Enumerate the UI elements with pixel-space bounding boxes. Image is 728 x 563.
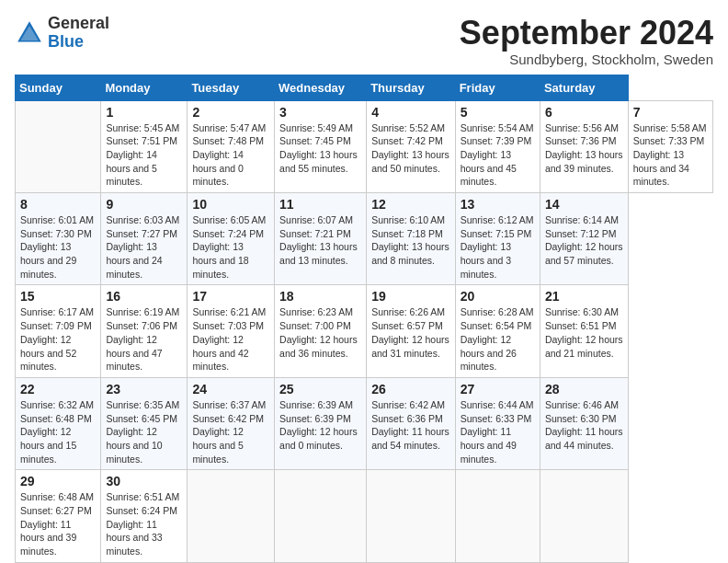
weekday-header: Sunday [16,75,101,100]
day-info: Sunrise: 6:30 AM Sunset: 6:51 PM Dayligh… [545,305,623,360]
day-number: 5 [461,105,535,120]
day-number: 25 [279,382,361,396]
day-number: 23 [106,382,182,396]
calendar-cell: 4Sunrise: 5:52 AM Sunset: 7:42 PM Daylig… [367,100,455,192]
calendar-cell: 1Sunrise: 5:45 AM Sunset: 7:51 PM Daylig… [101,100,188,192]
calendar-cell: 28Sunrise: 6:46 AM Sunset: 6:30 PM Dayli… [540,377,628,469]
day-number: 19 [371,289,449,304]
calendar-cell: 30Sunrise: 6:51 AM Sunset: 6:24 PM Dayli… [101,470,188,562]
calendar-cell: 9Sunrise: 6:03 AM Sunset: 7:27 PM Daylig… [101,193,188,285]
day-number: 28 [545,382,623,396]
day-number: 27 [461,382,535,396]
calendar-cell: 24Sunrise: 6:37 AM Sunset: 6:42 PM Dayli… [188,377,275,469]
week-row: 8Sunrise: 6:01 AM Sunset: 7:30 PM Daylig… [16,193,713,285]
day-number: 20 [461,289,535,304]
day-number: 7 [633,105,708,120]
week-row: 1Sunrise: 5:45 AM Sunset: 7:51 PM Daylig… [16,100,713,192]
day-number: 26 [371,382,449,396]
calendar-cell: 15Sunrise: 6:17 AM Sunset: 7:09 PM Dayli… [16,285,101,377]
weekday-header: Tuesday [188,75,275,100]
day-info: Sunrise: 6:21 AM Sunset: 7:03 PM Dayligh… [192,305,269,373]
page-header: General Blue September 2024 Sundbyberg, … [15,15,713,67]
title-block: September 2024 Sundbyberg, Stockholm, Sw… [460,15,713,67]
day-info: Sunrise: 5:47 AM Sunset: 7:48 PM Dayligh… [192,121,269,189]
calendar-cell: 14Sunrise: 6:14 AM Sunset: 7:12 PM Dayli… [540,193,628,285]
week-row: 15Sunrise: 6:17 AM Sunset: 7:09 PM Dayli… [16,285,713,377]
day-info: Sunrise: 6:37 AM Sunset: 6:42 PM Dayligh… [192,398,269,465]
calendar-cell: 5Sunrise: 5:54 AM Sunset: 7:39 PM Daylig… [455,100,540,192]
day-info: Sunrise: 5:54 AM Sunset: 7:39 PM Dayligh… [461,121,535,189]
day-number: 10 [192,197,269,212]
day-number: 18 [279,289,361,304]
calendar-cell: 16Sunrise: 6:19 AM Sunset: 7:06 PM Dayli… [101,285,188,377]
day-info: Sunrise: 6:35 AM Sunset: 6:45 PM Dayligh… [106,398,182,465]
logo-icon [15,18,44,48]
week-row: 29Sunrise: 6:48 AM Sunset: 6:27 PM Dayli… [16,470,713,562]
day-number: 22 [20,382,96,396]
day-info: Sunrise: 6:26 AM Sunset: 6:57 PM Dayligh… [371,305,449,360]
calendar-cell: 22Sunrise: 6:32 AM Sunset: 6:48 PM Dayli… [16,377,101,469]
calendar-cell: 18Sunrise: 6:23 AM Sunset: 7:00 PM Dayli… [275,285,367,377]
calendar-cell: 6Sunrise: 5:56 AM Sunset: 7:36 PM Daylig… [540,100,628,192]
calendar-table: SundayMondayTuesdayWednesdayThursdayFrid… [15,75,713,563]
calendar-cell: 20Sunrise: 6:28 AM Sunset: 6:54 PM Dayli… [455,285,540,377]
weekday-header-row: SundayMondayTuesdayWednesdayThursdayFrid… [16,75,713,100]
day-info: Sunrise: 6:46 AM Sunset: 6:30 PM Dayligh… [545,398,623,453]
weekday-header: Saturday [540,75,628,100]
calendar-cell [455,470,540,562]
day-info: Sunrise: 5:52 AM Sunset: 7:42 PM Dayligh… [371,121,449,176]
calendar-cell [367,470,455,562]
weekday-header: Wednesday [275,75,367,100]
week-row: 22Sunrise: 6:32 AM Sunset: 6:48 PM Dayli… [16,377,713,469]
day-number: 3 [279,105,361,120]
day-number: 8 [20,197,96,212]
calendar-cell [188,470,275,562]
day-number: 15 [20,289,96,304]
day-info: Sunrise: 6:39 AM Sunset: 6:39 PM Dayligh… [279,398,361,453]
calendar-cell: 27Sunrise: 6:44 AM Sunset: 6:33 PM Dayli… [455,377,540,469]
logo-text: General Blue [48,15,109,52]
day-info: Sunrise: 6:44 AM Sunset: 6:33 PM Dayligh… [461,398,535,465]
calendar-cell [540,470,628,562]
day-number: 21 [545,289,623,304]
day-info: Sunrise: 6:19 AM Sunset: 7:06 PM Dayligh… [106,305,182,373]
day-info: Sunrise: 5:56 AM Sunset: 7:36 PM Dayligh… [545,121,623,176]
weekday-header: Thursday [367,75,455,100]
day-info: Sunrise: 6:28 AM Sunset: 6:54 PM Dayligh… [461,305,535,373]
weekday-header: Monday [101,75,188,100]
calendar-cell: 8Sunrise: 6:01 AM Sunset: 7:30 PM Daylig… [16,193,101,285]
day-info: Sunrise: 6:42 AM Sunset: 6:36 PM Dayligh… [371,398,449,453]
day-number: 24 [192,382,269,396]
calendar-cell: 2Sunrise: 5:47 AM Sunset: 7:48 PM Daylig… [188,100,275,192]
day-number: 29 [20,474,96,488]
calendar-cell: 26Sunrise: 6:42 AM Sunset: 6:36 PM Dayli… [367,377,455,469]
day-number: 16 [106,289,182,304]
month-title: September 2024 [460,15,713,52]
day-info: Sunrise: 5:58 AM Sunset: 7:33 PM Dayligh… [633,121,708,189]
day-info: Sunrise: 6:07 AM Sunset: 7:21 PM Dayligh… [279,213,361,268]
calendar-cell: 23Sunrise: 6:35 AM Sunset: 6:45 PM Dayli… [101,377,188,469]
calendar-cell [275,470,367,562]
day-number: 4 [371,105,449,120]
calendar-cell: 25Sunrise: 6:39 AM Sunset: 6:39 PM Dayli… [275,377,367,469]
day-number: 12 [371,197,449,212]
day-info: Sunrise: 6:01 AM Sunset: 7:30 PM Dayligh… [20,213,96,281]
day-number: 13 [461,197,535,212]
calendar-cell: 7Sunrise: 5:58 AM Sunset: 7:33 PM Daylig… [628,100,712,192]
calendar-cell: 19Sunrise: 6:26 AM Sunset: 6:57 PM Dayli… [367,285,455,377]
location: Sundbyberg, Stockholm, Sweden [460,52,713,67]
calendar-cell: 3Sunrise: 5:49 AM Sunset: 7:45 PM Daylig… [275,100,367,192]
calendar-cell: 13Sunrise: 6:12 AM Sunset: 7:15 PM Dayli… [455,193,540,285]
day-info: Sunrise: 6:12 AM Sunset: 7:15 PM Dayligh… [461,213,535,281]
day-info: Sunrise: 5:45 AM Sunset: 7:51 PM Dayligh… [106,121,182,189]
day-info: Sunrise: 6:51 AM Sunset: 6:24 PM Dayligh… [106,490,182,557]
calendar-cell: 11Sunrise: 6:07 AM Sunset: 7:21 PM Dayli… [275,193,367,285]
day-info: Sunrise: 6:23 AM Sunset: 7:00 PM Dayligh… [279,305,361,360]
day-info: Sunrise: 6:48 AM Sunset: 6:27 PM Dayligh… [20,490,96,557]
weekday-header: Friday [455,75,540,100]
calendar-cell: 17Sunrise: 6:21 AM Sunset: 7:03 PM Dayli… [188,285,275,377]
calendar-cell: 21Sunrise: 6:30 AM Sunset: 6:51 PM Dayli… [540,285,628,377]
day-info: Sunrise: 6:32 AM Sunset: 6:48 PM Dayligh… [20,398,96,465]
day-number: 11 [279,197,361,212]
day-number: 30 [106,474,182,488]
